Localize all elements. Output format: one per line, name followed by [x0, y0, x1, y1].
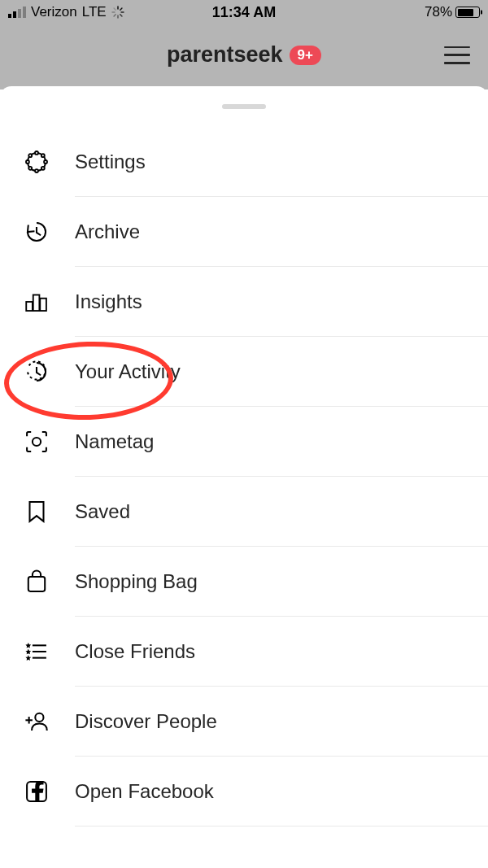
- svg-point-14: [28, 167, 32, 170]
- menu-item-nametag[interactable]: Nametag: [0, 407, 488, 477]
- battery-icon: [455, 7, 480, 18]
- svg-point-12: [41, 167, 45, 170]
- menu-item-archive[interactable]: Archive: [0, 197, 488, 267]
- svg-point-11: [44, 160, 47, 164]
- options-sheet: Settings Archive Insights: [0, 86, 488, 868]
- svg-rect-19: [40, 299, 46, 311]
- menu-label: Your Activity: [75, 360, 181, 383]
- menu-label: Settings: [75, 150, 146, 173]
- menu-label: Saved: [75, 500, 130, 523]
- settings-icon: [20, 145, 54, 179]
- svg-point-20: [33, 438, 41, 446]
- menu-item-insights[interactable]: Insights: [0, 267, 488, 337]
- menu-item-settings[interactable]: Settings: [0, 127, 488, 197]
- menu-item-close-friends[interactable]: Close Friends: [0, 617, 488, 687]
- menu-label: Nametag: [75, 430, 154, 453]
- nametag-icon: [20, 425, 54, 459]
- menu-item-shopping-bag[interactable]: Shopping Bag: [0, 547, 488, 617]
- page-title: parentseek 9+: [167, 42, 321, 68]
- menu-label: Close Friends: [75, 640, 195, 663]
- app-header: parentseek 9+: [0, 24, 488, 85]
- svg-marker-26: [25, 643, 31, 648]
- facebook-icon: [20, 774, 54, 809]
- menu-list: Settings Archive Insights: [0, 127, 488, 827]
- svg-rect-22: [28, 577, 45, 591]
- status-right: 78%: [425, 4, 480, 20]
- svg-marker-27: [25, 649, 31, 655]
- svg-rect-18: [33, 295, 40, 312]
- notification-badge: 9+: [290, 46, 321, 65]
- svg-line-3: [120, 15, 121, 16]
- menu-label: Insights: [75, 290, 142, 313]
- shopping-bag-icon: [20, 565, 54, 599]
- activity-icon: [20, 355, 54, 389]
- svg-point-15: [26, 160, 29, 164]
- menu-label: Shopping Bag: [75, 570, 198, 593]
- svg-marker-21: [30, 502, 44, 521]
- menu-item-saved[interactable]: Saved: [0, 477, 488, 547]
- signal-icon: [8, 7, 26, 18]
- status-left: Verizon LTE: [8, 4, 124, 20]
- svg-marker-28: [25, 655, 31, 661]
- status-bar: Verizon LTE 11:34 AM 78%: [0, 0, 488, 24]
- discover-people-icon: [20, 704, 54, 739]
- svg-point-16: [28, 154, 32, 157]
- loading-spinner-icon: [111, 6, 124, 19]
- battery-fill: [458, 9, 474, 16]
- clock: 11:34 AM: [212, 4, 276, 21]
- menu-label: Discover People: [75, 710, 217, 733]
- svg-line-5: [114, 15, 115, 16]
- saved-icon: [20, 495, 54, 529]
- svg-line-7: [114, 8, 115, 10]
- svg-point-13: [35, 169, 38, 172]
- sheet-grabber[interactable]: [222, 104, 266, 109]
- menu-label: Open Facebook: [75, 780, 214, 803]
- svg-point-9: [35, 151, 38, 155]
- archive-icon: [20, 215, 54, 249]
- insights-icon: [20, 285, 54, 319]
- menu-item-discover-people[interactable]: Discover People: [0, 687, 488, 757]
- menu-item-open-facebook[interactable]: Open Facebook: [0, 757, 488, 827]
- svg-rect-17: [26, 302, 33, 311]
- svg-point-29: [35, 713, 43, 722]
- carrier-label: Verizon: [31, 4, 77, 20]
- menu-icon[interactable]: [444, 46, 470, 64]
- menu-item-your-activity[interactable]: Your Activity: [0, 337, 488, 407]
- svg-point-10: [41, 154, 45, 157]
- account-name: parentseek: [167, 42, 283, 68]
- svg-line-1: [120, 8, 121, 10]
- battery-percent: 78%: [425, 4, 452, 20]
- menu-label: Archive: [75, 220, 140, 243]
- close-friends-icon: [20, 635, 54, 669]
- network-label: LTE: [82, 4, 107, 20]
